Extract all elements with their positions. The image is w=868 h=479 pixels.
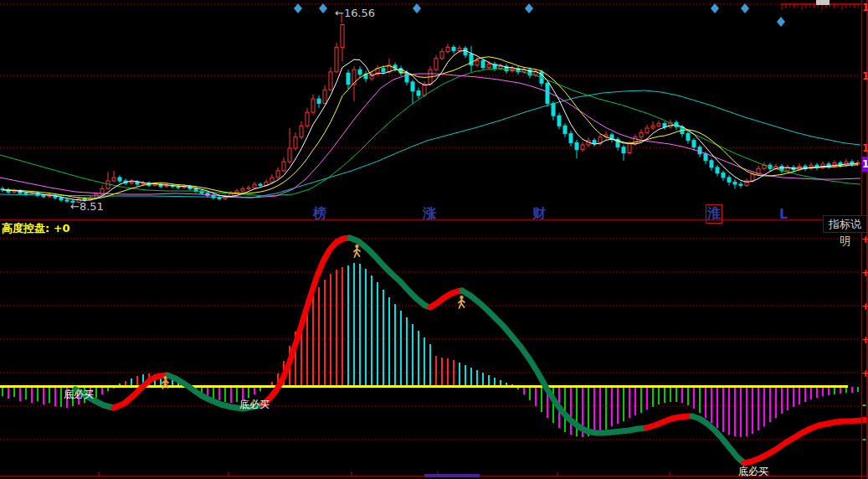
indicator-title: 高度控盘: +0	[2, 221, 70, 236]
diamond-marker	[777, 17, 785, 27]
indicator-axis-plus-1: +	[861, 267, 868, 279]
watermark-2: 财	[532, 205, 546, 223]
high-annotation: ←16.56	[335, 7, 375, 19]
price-axis-label-0: 1	[862, 2, 868, 13]
indicator-help-button[interactable]: 指标说明	[823, 215, 867, 233]
price-axis-label-2: 1	[862, 142, 868, 154]
price-axis-label-1: 1	[862, 70, 868, 82]
zero-line	[0, 385, 848, 388]
indicator-axis-plus-4: +	[861, 368, 868, 379]
diamond-marker	[413, 3, 421, 13]
buy-signal-label-2: 底必买	[738, 465, 768, 479]
diamond-marker	[711, 3, 719, 13]
indicator-axis-plus-0: +	[861, 234, 868, 245]
diamond-marker	[741, 3, 749, 13]
frame-lines	[0, 0, 868, 479]
trading-app-window: 高度控盘: +0 指标说明 1 ←16.56←8.51111榜涨财淮L+++++…	[0, 0, 868, 479]
watermark-3: 淮	[706, 204, 722, 224]
watermark-4: L	[779, 206, 788, 222]
low-annotation: ←8.51	[70, 200, 104, 213]
buy-signal-label-1: 底必买	[239, 398, 270, 412]
trend-bands	[75, 238, 867, 463]
chart-canvas	[0, 0, 868, 479]
diamond-marker	[294, 3, 302, 13]
indicator-axis-plus-2: +	[861, 301, 868, 312]
buy-person-icon	[354, 245, 360, 257]
watermark-0: 榜	[313, 205, 326, 223]
indicator-axis-plus-3: +	[861, 334, 868, 346]
indicator-bars	[3, 263, 858, 437]
indicator-axis-minus-0: -	[862, 399, 866, 411]
ruler-thumb[interactable]	[816, 0, 829, 5]
time-scrollbar[interactable]	[424, 474, 480, 477]
buy-signal-label-0: 底必买	[64, 388, 94, 402]
top-scroll-ruler	[781, 0, 861, 10]
current-price-badge: 1	[862, 157, 868, 172]
indicator-axis-minus-1: -	[862, 434, 866, 446]
watermark-1: 涨	[423, 205, 436, 223]
diamond-marker	[319, 3, 327, 13]
buy-person-icon	[459, 296, 465, 308]
candlesticks	[1, 23, 860, 204]
diamond-marker	[525, 3, 533, 13]
